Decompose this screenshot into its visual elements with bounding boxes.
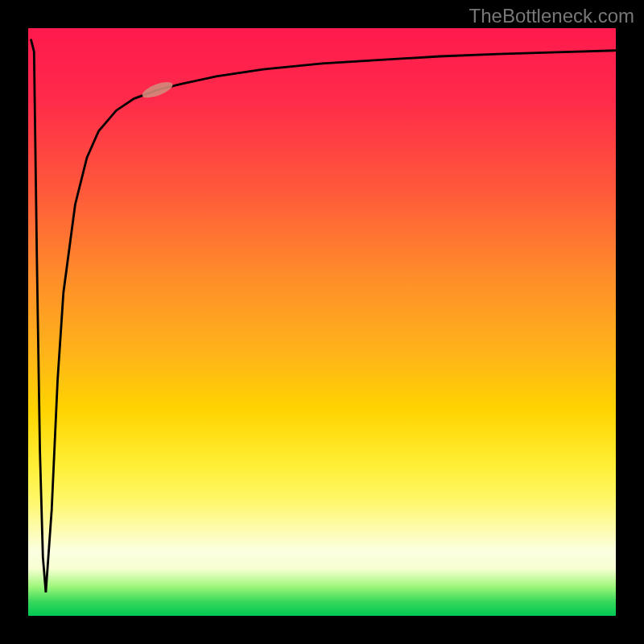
bottleneck-curve xyxy=(31,40,616,592)
frame-left xyxy=(0,0,28,644)
frame-right xyxy=(616,0,644,644)
frame-bottom xyxy=(0,616,644,644)
marker-pill xyxy=(140,79,174,101)
watermark-text: TheBottleneck.com xyxy=(469,5,634,27)
chart-svg xyxy=(28,28,616,616)
plot-area xyxy=(28,28,616,616)
chart-container: TheBottleneck.com xyxy=(0,0,644,644)
